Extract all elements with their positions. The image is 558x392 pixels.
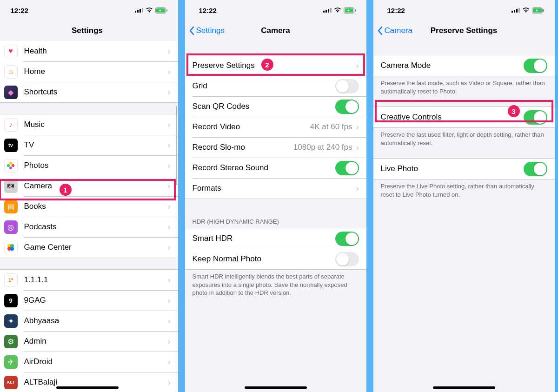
chevron-right-icon: › bbox=[168, 378, 171, 387]
toggle-scan-qr[interactable] bbox=[335, 100, 359, 114]
battery-icon bbox=[344, 7, 356, 13]
settings-row-music[interactable]: ♪ Music › bbox=[0, 114, 178, 135]
row-camera-mode[interactable]: Camera Mode bbox=[373, 55, 555, 76]
svg-rect-21 bbox=[355, 9, 356, 12]
row-value: 4K at 60 fps bbox=[310, 122, 352, 132]
back-label: Settings bbox=[196, 26, 225, 35]
toggle-creative-controls[interactable] bbox=[524, 110, 547, 125]
row-grid[interactable]: Grid bbox=[185, 76, 366, 96]
home-indicator[interactable] bbox=[245, 386, 307, 389]
toggle-record-stereo[interactable] bbox=[335, 161, 359, 175]
section-header-hdr: HDR (HIGH DYNAMIC RANGE) bbox=[185, 215, 366, 228]
settings-row-health[interactable]: ♥ Health › bbox=[0, 41, 178, 61]
signal-icon bbox=[512, 7, 520, 13]
svg-point-10 bbox=[7, 164, 10, 167]
row-record-stereo[interactable]: Record Stereo Sound bbox=[185, 158, 366, 178]
settings-row-gamecenter[interactable]: Game Center › bbox=[0, 237, 178, 258]
back-button[interactable]: Settings bbox=[189, 26, 225, 35]
wifi-icon bbox=[146, 7, 153, 13]
settings-row-photos[interactable]: Photos › bbox=[0, 155, 178, 176]
svg-rect-1 bbox=[137, 10, 139, 13]
settings-row-books[interactable]: ▤ Books › bbox=[0, 196, 178, 217]
settings-row-airdroid[interactable]: ✈ AirDroid › bbox=[0, 352, 178, 372]
row-label: Home bbox=[24, 67, 168, 76]
chevron-right-icon: › bbox=[356, 143, 359, 153]
music-icon: ♪ bbox=[4, 118, 18, 132]
settings-row-home[interactable]: ⌂ Home › bbox=[0, 61, 178, 82]
row-label: Record Video bbox=[193, 122, 310, 132]
row-live-photo[interactable]: Live Photo bbox=[373, 159, 555, 179]
chevron-right-icon: › bbox=[168, 357, 171, 367]
battery-icon bbox=[532, 7, 545, 13]
chevron-right-icon: › bbox=[168, 161, 171, 171]
chevron-right-icon: › bbox=[168, 337, 171, 346]
settings-row-9gag[interactable]: 9 9GAG › bbox=[0, 290, 178, 311]
settings-row-camera[interactable]: 📷︎ Camera › bbox=[0, 176, 178, 196]
row-label: Keep Normal Photo bbox=[193, 254, 335, 264]
chevron-right-icon: › bbox=[356, 184, 359, 193]
home-indicator[interactable] bbox=[56, 386, 119, 389]
row-creative-controls[interactable]: Creative Controls bbox=[373, 107, 555, 127]
footer-creative: Preserve the last used filter, light or … bbox=[373, 128, 555, 150]
settings-row-tv[interactable]: tv TV › bbox=[0, 135, 178, 155]
svg-rect-16 bbox=[326, 10, 327, 13]
status-right bbox=[135, 7, 168, 13]
row-keep-normal[interactable]: Keep Normal Photo bbox=[185, 249, 366, 269]
chevron-right-icon: › bbox=[168, 275, 171, 285]
chevron-left-icon bbox=[189, 26, 194, 35]
battery-icon bbox=[155, 7, 168, 13]
toggle-camera-mode[interactable] bbox=[524, 59, 547, 73]
settings-row-abhyaasa[interactable]: ✦ Abhyaasa › bbox=[0, 311, 178, 331]
svg-rect-18 bbox=[330, 8, 332, 13]
row-label: ALTBalaji bbox=[24, 378, 168, 387]
settings-row-podcasts[interactable]: ◎ Podcasts › bbox=[0, 217, 178, 237]
back-button[interactable]: Camera bbox=[377, 26, 412, 35]
preserve-group-creative: Creative Controls bbox=[373, 106, 555, 128]
svg-rect-28 bbox=[543, 9, 544, 12]
row-label: 9GAG bbox=[24, 296, 168, 305]
chevron-right-icon: › bbox=[168, 202, 171, 212]
row-label: AirDroid bbox=[24, 357, 168, 366]
row-record-slomo[interactable]: Record Slo-mo 1080p at 240 fps › bbox=[185, 137, 366, 158]
status-time: 12:22 bbox=[199, 7, 217, 14]
shortcuts-icon: ◆ bbox=[4, 86, 18, 99]
row-record-video[interactable]: Record Video 4K at 60 fps › bbox=[185, 117, 366, 137]
settings-group-2: ♪ Music › tv TV › Photos › 📷︎ Camera › bbox=[0, 114, 178, 258]
app-icon: ✈ bbox=[4, 355, 18, 369]
toggle-keep-normal[interactable] bbox=[335, 252, 359, 266]
photos-icon bbox=[4, 159, 18, 173]
row-preserve-settings[interactable]: Preserve Settings › bbox=[185, 55, 366, 76]
home-indicator[interactable] bbox=[433, 386, 495, 389]
chevron-right-icon: › bbox=[168, 120, 171, 130]
svg-point-14 bbox=[10, 247, 14, 251]
settings-row-altbalaji[interactable]: ALT ALTBalaji › bbox=[0, 372, 178, 392]
home-icon: ⌂ bbox=[4, 65, 18, 79]
svg-point-7 bbox=[9, 162, 12, 165]
toggle-grid[interactable] bbox=[335, 79, 359, 93]
toggle-smart-hdr[interactable] bbox=[335, 232, 359, 246]
row-label: Record Slo-mo bbox=[193, 143, 293, 152]
podcasts-icon: ◎ bbox=[4, 220, 18, 234]
wifi-icon bbox=[334, 7, 341, 13]
app-icon: ALT bbox=[4, 376, 18, 389]
row-label: Books bbox=[24, 202, 168, 211]
app-icon: 1⁴ bbox=[4, 273, 18, 287]
status-bar: 12:22 bbox=[185, 0, 366, 20]
row-label: 1.1.1.1 bbox=[24, 275, 168, 285]
settings-row-shortcuts[interactable]: ◆ Shortcuts › bbox=[0, 82, 178, 102]
row-formats[interactable]: Formats › bbox=[185, 178, 366, 199]
signal-icon bbox=[323, 7, 332, 13]
row-smart-hdr[interactable]: Smart HDR bbox=[185, 228, 366, 249]
settings-row-admin[interactable]: ⚙ Admin › bbox=[0, 331, 178, 352]
status-right bbox=[323, 7, 356, 13]
row-label: Photos bbox=[24, 161, 168, 170]
row-label: TV bbox=[24, 140, 168, 150]
row-label: Grid bbox=[193, 81, 335, 91]
row-scan-qr[interactable]: Scan QR Codes bbox=[185, 96, 366, 117]
settings-row-1111[interactable]: 1⁴ 1.1.1.1 › bbox=[0, 270, 178, 290]
svg-rect-22 bbox=[512, 11, 513, 13]
status-time: 12:22 bbox=[387, 7, 405, 14]
camera-group-hdr: Smart HDR Keep Normal Photo bbox=[185, 228, 366, 270]
svg-rect-23 bbox=[514, 10, 515, 13]
toggle-live-photo[interactable] bbox=[524, 162, 547, 176]
